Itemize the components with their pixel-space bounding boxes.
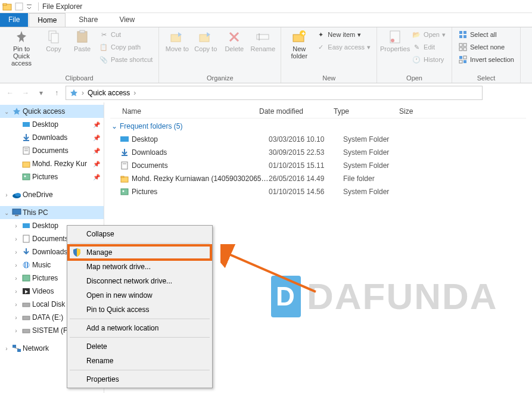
ctx-properties[interactable]: Properties — [69, 372, 211, 386]
paste-button[interactable]: Paste — [68, 29, 97, 54]
svg-rect-45 — [23, 303, 30, 307]
ctx-pin-qa[interactable]: Pin to Quick access — [69, 302, 211, 317]
history-button[interactable]: 🕐History — [412, 55, 446, 64]
svg-rect-28 — [23, 122, 30, 127]
new-folder-button[interactable]: ✦New folder — [285, 29, 313, 61]
drive-icon — [21, 286, 31, 296]
svg-point-35 — [24, 176, 26, 177]
svg-rect-16 — [459, 31, 462, 34]
section-header[interactable]: ⌄Frequent folders (5) — [110, 118, 526, 133]
tree-item[interactable]: Documents📌 — [0, 144, 104, 157]
ctx-add-location[interactable]: Add a network location — [69, 321, 211, 335]
ctx-collapse[interactable]: Collapse — [69, 227, 211, 241]
tree-onedrive[interactable]: › OneDrive — [0, 188, 104, 201]
tab-home[interactable]: Home — [29, 13, 66, 27]
tree-item[interactable]: Mohd. Rezky Kur📌 — [0, 157, 104, 170]
group-open: Properties 📂Open ▾ ✎Edit 🕐History Open — [377, 27, 452, 83]
tab-file[interactable]: File — [0, 13, 28, 27]
file-row[interactable]: Pictures01/10/2015 14.56System Folder — [110, 185, 526, 198]
chevron-right-icon[interactable]: › — [12, 249, 20, 255]
paste-icon — [75, 30, 89, 44]
delete-button[interactable]: Delete — [220, 29, 248, 54]
folder-icon — [21, 133, 31, 142]
drive-icon — [21, 260, 31, 270]
cut-icon: ✂ — [99, 30, 108, 39]
svg-rect-5 — [77, 32, 87, 42]
chevron-right-icon[interactable]: › — [12, 314, 20, 321]
svg-rect-43 — [23, 275, 30, 281]
tree-this-pc[interactable]: ⌄ This PC — [0, 206, 104, 219]
tree-item[interactable]: Desktop📌 — [0, 118, 104, 131]
copy-to-button[interactable]: Copy to — [191, 29, 220, 54]
tab-share[interactable]: Share — [70, 13, 106, 27]
copy-path-button[interactable]: 📋Copy path — [99, 42, 153, 52]
col-type[interactable]: Type — [334, 107, 399, 116]
file-row[interactable]: Downloads30/09/2015 22.53System Folder — [110, 146, 526, 159]
drive-icon — [21, 221, 31, 230]
group-organize: Move to Copy to Delete Rename Organize — [159, 27, 281, 83]
qat-dropdown-icon[interactable] — [26, 4, 32, 10]
col-size[interactable]: Size — [399, 107, 447, 116]
chevron-right-icon[interactable]: › — [12, 301, 20, 308]
svg-rect-46 — [23, 316, 30, 320]
rename-button[interactable]: Rename — [248, 29, 277, 54]
recent-dropdown[interactable]: ▾ — [35, 86, 48, 99]
svg-rect-20 — [459, 43, 462, 46]
chevron-right-icon[interactable]: › — [12, 275, 20, 282]
svg-rect-19 — [463, 35, 466, 38]
new-item-button[interactable]: ✦New item ▾ — [316, 30, 371, 39]
ctx-rename[interactable]: Rename — [69, 354, 211, 368]
chevron-right-icon[interactable]: › — [12, 236, 20, 242]
ctx-disconnect[interactable]: Disconnect network drive... — [69, 274, 211, 288]
edit-button[interactable]: ✎Edit — [412, 42, 446, 52]
file-row[interactable]: Documents01/10/2015 15.11System Folder — [110, 159, 526, 172]
svg-rect-27 — [463, 60, 466, 63]
svg-rect-23 — [463, 48, 466, 51]
tree-item[interactable]: Pictures📌 — [0, 170, 104, 183]
svg-rect-39 — [15, 215, 18, 216]
file-row[interactable]: Desktop03/03/2016 10.10System Folder — [110, 133, 526, 146]
chevron-down-icon[interactable]: ⌄ — [2, 210, 11, 216]
pin-quick-access-button[interactable]: Pin to Quick access — [4, 29, 39, 68]
chevron-right-icon[interactable]: › — [12, 328, 20, 334]
chevron-right-icon[interactable]: › — [2, 192, 11, 198]
paste-shortcut-icon: 📎 — [99, 55, 108, 64]
chevron-down-icon[interactable]: ⌄ — [2, 108, 11, 115]
forward-button[interactable]: → — [19, 86, 32, 99]
copy-button[interactable]: Copy — [39, 29, 68, 54]
ctx-map-drive[interactable]: Map network drive... — [69, 260, 211, 274]
address-bar[interactable]: › Quick access › — [66, 86, 483, 100]
breadcrumb-root[interactable]: › Quick access › — [69, 89, 138, 97]
tree-quick-access[interactable]: ⌄ Quick access — [0, 105, 104, 118]
svg-rect-34 — [23, 174, 30, 180]
ctx-open-window[interactable]: Open in new window — [69, 288, 211, 302]
chevron-right-icon[interactable]: › — [12, 288, 20, 295]
ctx-delete[interactable]: Delete — [69, 339, 211, 354]
paste-shortcut-button[interactable]: 📎Paste shortcut — [99, 55, 153, 64]
move-to-button[interactable]: Move to — [163, 29, 191, 54]
col-name[interactable]: Name — [110, 107, 259, 116]
chevron-right-icon[interactable]: › — [12, 262, 20, 269]
history-icon: 🕐 — [412, 55, 421, 64]
select-all-button[interactable]: Select all — [458, 30, 514, 39]
cut-button[interactable]: ✂Cut — [99, 30, 153, 39]
group-new: ✦New folder ✦New item ▾ ✓Easy access ▾ N… — [281, 27, 377, 83]
tree-item[interactable]: Downloads📌 — [0, 131, 104, 144]
properties-button[interactable]: Properties — [381, 29, 409, 54]
select-none-button[interactable]: Select none — [458, 42, 514, 52]
chevron-right-icon[interactable]: › — [2, 345, 11, 352]
back-button[interactable]: ← — [4, 86, 17, 99]
invert-selection-button[interactable]: Invert selection — [458, 55, 514, 64]
invert-icon — [458, 55, 468, 64]
up-button[interactable]: ↑ — [50, 86, 63, 99]
group-label: Open — [381, 74, 448, 83]
svg-rect-49 — [17, 349, 21, 352]
file-row[interactable]: Mohd. Rezky Kurniawan (140590302065) ...… — [110, 172, 526, 185]
open-button[interactable]: 📂Open ▾ — [412, 30, 446, 39]
col-date[interactable]: Date modified — [259, 107, 334, 116]
tab-view[interactable]: View — [111, 13, 143, 27]
file-icon — [120, 174, 129, 183]
ctx-manage[interactable]: Manage — [69, 245, 211, 260]
easy-access-button[interactable]: ✓Easy access ▾ — [316, 42, 371, 52]
chevron-right-icon[interactable]: › — [12, 223, 20, 229]
